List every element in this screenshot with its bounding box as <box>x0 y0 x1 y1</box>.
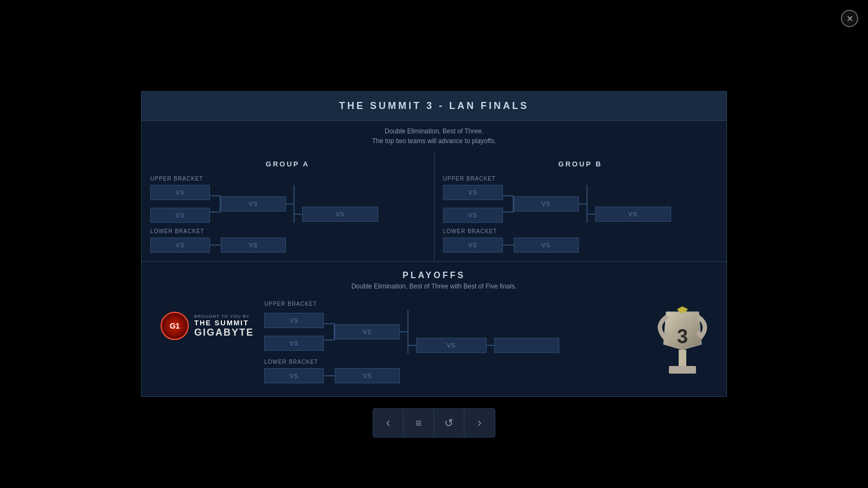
h-connector <box>286 203 293 204</box>
svg-rect-2 <box>669 366 696 374</box>
reset-icon: ↺ <box>444 416 454 429</box>
playoffs-grand: VS <box>416 338 487 353</box>
page-title: THE SUMMIT 3 - LAN FINALS <box>150 100 718 112</box>
playoffs-subtitle: Double Elimination, Best of Three with B… <box>150 282 718 290</box>
logo-text: BROUGHT TO YOU BY THE SUMMIT GIGABYTE <box>194 314 254 338</box>
next-icon: › <box>477 416 481 430</box>
match-slot-grand: VS <box>416 338 487 353</box>
group-a-upper-label: UPPER BRACKET <box>150 176 425 182</box>
h-line <box>324 375 335 376</box>
prev-icon: ‹ <box>386 416 390 430</box>
group-a-title: GROUP A <box>150 160 425 168</box>
close-icon: ✕ <box>846 14 853 24</box>
playoffs-r2: VS <box>335 324 400 339</box>
logo-icon: G1 <box>161 312 189 340</box>
prev-button[interactable]: ‹ <box>373 409 404 437</box>
summit-text: THE SUMMIT <box>194 319 254 327</box>
playoffs-r1: VS VS <box>264 313 324 351</box>
group-a-r2: VS <box>221 196 286 211</box>
playoffs-lower: VS VS <box>264 368 642 383</box>
group-b-lower-bracket: VS VS <box>443 237 718 253</box>
next-button[interactable]: › <box>464 409 495 437</box>
playoffs-layout: G1 BROUGHT TO YOU BY THE SUMMIT GIGABYTE… <box>150 301 718 388</box>
playoffs-title: PLAYOFFS <box>150 271 718 280</box>
group-a-final: VS <box>302 207 378 222</box>
list-button[interactable]: ≡ <box>404 409 434 437</box>
close-button[interactable]: ✕ <box>841 10 858 27</box>
match-slot: VS <box>443 185 503 200</box>
h-line <box>210 245 221 246</box>
group-a-upper-bracket: VS VS VS <box>150 185 425 223</box>
playoffs-lower-label: LOWER BRACKET <box>264 359 642 365</box>
h-line2 <box>409 345 416 346</box>
match-slot: VS <box>221 237 286 253</box>
group-a-r1: VS VS <box>150 185 210 223</box>
connector-v <box>293 185 295 223</box>
match-slot: VS <box>150 185 210 200</box>
list-icon: ≡ <box>416 417 422 429</box>
logo-row: G1 BROUGHT TO YOU BY THE SUMMIT GIGABYTE <box>161 312 254 340</box>
h-line3 <box>487 345 494 346</box>
playoffs-bracket: UPPER BRACKET VS VS VS <box>259 301 647 383</box>
main-container: ✕ THE SUMMIT 3 - LAN FINALS Double Elimi… <box>141 91 727 397</box>
group-a-lower-label: LOWER BRACKET <box>150 228 425 234</box>
match-slot-winner <box>494 338 559 353</box>
playoffs-section: PLAYOFFS Double Elimination, Best of Thr… <box>142 262 726 396</box>
groups-section: GROUP A UPPER BRACKET VS VS VS <box>142 151 726 262</box>
svg-rect-1 <box>679 350 686 366</box>
match-slot: VS <box>443 237 503 253</box>
trophy-area: 3 <box>647 301 718 388</box>
match-slot: VS <box>150 237 210 253</box>
match-slot-final: VS <box>595 207 671 222</box>
match-slot: VS <box>335 368 400 383</box>
match-slot: VS <box>264 336 324 351</box>
subtitle-line1: Double Elimination, Best of Three. <box>142 126 726 136</box>
match-slot: VS <box>514 237 579 253</box>
match-slot: VS <box>264 313 324 328</box>
reset-button[interactable]: ↺ <box>434 409 464 437</box>
match-slot: VS <box>150 208 210 223</box>
h-connector <box>579 203 586 204</box>
group-b-r1: VS VS <box>443 185 503 223</box>
title-bar: THE SUMMIT 3 - LAN FINALS <box>142 92 726 121</box>
v-connector <box>586 185 588 223</box>
group-b-upper-label: UPPER BRACKET <box>443 176 718 182</box>
connector-group-b-ub <box>503 188 514 220</box>
match-slot: VS <box>514 196 579 211</box>
group-b-lower-label: LOWER BRACKET <box>443 228 718 234</box>
trophy-icon: 3 <box>653 306 712 388</box>
h-line <box>400 331 407 332</box>
v-line-playoffs <box>407 310 409 354</box>
playoffs-connector <box>324 316 335 348</box>
connector-group-a-ub <box>210 188 221 220</box>
match-slot-final: VS <box>302 207 378 222</box>
match-slot: VS <box>443 208 503 223</box>
nav-bar: ‹ ≡ ↺ › <box>373 408 495 438</box>
group-b-r2: VS <box>514 196 579 211</box>
playoffs-upper-label: UPPER BRACKET <box>264 301 642 307</box>
h-connector2 <box>588 214 595 215</box>
subtitle-line2: The top two teams will advance to playof… <box>142 136 726 146</box>
subtitle: Double Elimination, Best of Three. The t… <box>142 123 726 151</box>
match-slot: VS <box>335 324 400 339</box>
group-a-lower-bracket: VS VS <box>150 237 425 253</box>
group-b: GROUP B UPPER BRACKET VS VS VS <box>435 151 727 261</box>
group-a: GROUP A UPPER BRACKET VS VS VS <box>142 151 435 261</box>
logo-area: G1 BROUGHT TO YOU BY THE SUMMIT GIGABYTE <box>150 312 259 340</box>
group-b-upper-bracket: VS VS VS VS <box>443 185 718 223</box>
svg-text:3: 3 <box>677 325 688 348</box>
match-slot: VS <box>221 196 286 211</box>
h-line <box>503 245 514 246</box>
playoffs-upper: VS VS VS VS <box>264 310 642 354</box>
match-slot: VS <box>264 368 324 383</box>
group-b-final: VS <box>595 207 671 222</box>
h-connector2 <box>295 214 302 215</box>
playoffs-winner <box>494 338 559 353</box>
gigabyte-text: GIGABYTE <box>194 327 254 338</box>
group-b-title: GROUP B <box>443 160 718 168</box>
brought-text: BROUGHT TO YOU BY <box>194 314 254 319</box>
